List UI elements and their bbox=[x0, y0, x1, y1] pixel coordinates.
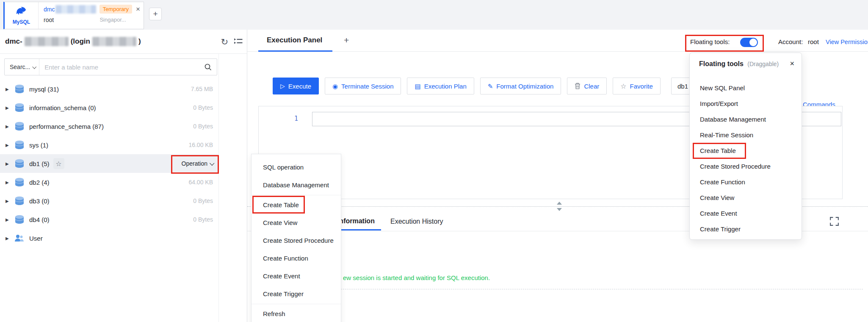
play-icon: ▷ bbox=[280, 83, 285, 89]
favorite-button[interactable]: ☆Favorite bbox=[613, 78, 661, 94]
tree-size: 0 Bytes bbox=[193, 123, 213, 130]
resize-down-icon[interactable] bbox=[557, 208, 562, 211]
floating-tool-item[interactable]: Create Event bbox=[690, 205, 802, 221]
floating-tool-item[interactable]: Real-Time Session bbox=[690, 127, 802, 143]
tree-row[interactable]: ▶sys (1)16.00 KB bbox=[0, 136, 218, 154]
table-search-box: Searc... bbox=[4, 58, 217, 75]
tree-row[interactable]: ▶performance_schema (87)0 Bytes bbox=[0, 117, 218, 136]
menu-item[interactable]: Create Function bbox=[252, 250, 341, 267]
floating-tools-header[interactable]: Floating tools (Draggable) × bbox=[690, 53, 802, 71]
menu-item[interactable]: Create View bbox=[252, 214, 341, 232]
clear-button[interactable]: Clear bbox=[567, 78, 607, 94]
menu-item[interactable]: Create Stored Procedure bbox=[252, 232, 341, 250]
floating-tool-item[interactable]: Create Table bbox=[690, 143, 802, 158]
tree-row[interactable]: ▶db2 (4)64.00 KB bbox=[0, 173, 218, 192]
caret-right-icon[interactable]: ▶ bbox=[6, 236, 11, 241]
execution-plan-button[interactable]: ▤Execution Plan bbox=[407, 78, 474, 94]
panel-tabbar bbox=[247, 30, 868, 52]
connection-topbar: MySQL dmc root Temporary × Singapor... + bbox=[0, 0, 868, 30]
close-tab-icon[interactable]: × bbox=[136, 6, 140, 13]
tree-row[interactable]: ▶User bbox=[0, 229, 218, 247]
tree-row[interactable]: ▶db1 (5)☆Operation bbox=[0, 154, 218, 173]
caret-right-icon[interactable]: ▶ bbox=[6, 180, 11, 185]
format-optimization-button[interactable]: ✎Format Optimization bbox=[480, 78, 561, 94]
tree-size: 0 Bytes bbox=[193, 197, 213, 204]
caret-right-icon[interactable]: ▶ bbox=[6, 87, 11, 92]
button-label: Execute bbox=[288, 83, 311, 90]
add-panel-tab-button[interactable]: + bbox=[344, 35, 349, 45]
search-icon[interactable] bbox=[204, 63, 217, 71]
connection-region: Singapor... bbox=[100, 17, 126, 23]
tree-size: 0 Bytes bbox=[193, 104, 213, 111]
floating-tools-panel[interactable]: Floating tools (Draggable) × New SQL Pan… bbox=[689, 53, 802, 240]
account-label: Account: bbox=[778, 38, 803, 45]
database-icon bbox=[14, 103, 27, 113]
floating-tool-item[interactable]: Import/Export bbox=[690, 96, 802, 111]
tree-size: 16.00 KB bbox=[188, 142, 213, 148]
floating-tool-item[interactable]: New SQL Panel bbox=[690, 80, 802, 96]
table-search-input[interactable] bbox=[39, 64, 204, 71]
menu-item[interactable]: Create Table bbox=[252, 196, 341, 214]
collapse-tree-icon[interactable] bbox=[234, 38, 243, 46]
operation-dropdown[interactable]: Operation bbox=[182, 160, 213, 167]
execute-button[interactable]: ▷Execute bbox=[273, 78, 319, 94]
search-category-dropdown[interactable]: Searc... bbox=[5, 64, 39, 70]
caret-right-icon[interactable]: ▶ bbox=[6, 143, 11, 147]
menu-separator bbox=[252, 304, 341, 304]
connection-tab[interactable]: MySQL dmc root Temporary × Singapor... bbox=[3, 2, 144, 29]
connection-info: dmc root bbox=[39, 2, 96, 29]
tree-label: db3 (0) bbox=[29, 197, 50, 205]
floating-tools-toggle[interactable] bbox=[740, 38, 758, 47]
menu-item[interactable]: Refresh bbox=[252, 305, 341, 322]
tab-execution-history[interactable]: Execution History bbox=[390, 218, 443, 225]
operation-label: Operation bbox=[182, 160, 207, 167]
floating-tool-item[interactable]: Create View bbox=[690, 190, 802, 205]
mysql-dolphin-icon bbox=[15, 6, 27, 19]
users-icon bbox=[14, 234, 27, 242]
tab-execution-panel[interactable]: Execution Panel bbox=[267, 36, 322, 44]
session-status-message: ew session is started and waiting for SQ… bbox=[343, 274, 490, 281]
instance-login-label: (login bbox=[71, 37, 90, 46]
refresh-icon[interactable]: ↻ bbox=[221, 37, 228, 46]
tree-row[interactable]: ▶db3 (0)0 Bytes bbox=[0, 192, 218, 210]
tree-size: 7.65 MB bbox=[191, 86, 213, 92]
favorite-star-icon[interactable]: ☆ bbox=[53, 158, 64, 169]
tree-row[interactable]: ▶information_schema (0)0 Bytes bbox=[0, 98, 218, 117]
app-canvas: MySQL dmc root Temporary × Singapor... + bbox=[0, 0, 868, 322]
floating-tool-item[interactable]: Create Function bbox=[690, 174, 802, 190]
redacted-instance-name bbox=[25, 37, 69, 46]
caret-right-icon[interactable]: ▶ bbox=[6, 199, 11, 203]
trash-icon bbox=[575, 83, 581, 89]
caret-right-icon[interactable]: ▶ bbox=[6, 161, 11, 166]
tree-label: db1 (5) bbox=[29, 160, 50, 167]
floating-tool-item[interactable]: Database Management bbox=[690, 111, 802, 127]
menu-item[interactable]: SQL operation bbox=[252, 158, 341, 176]
button-label: Clear bbox=[584, 83, 599, 90]
caret-right-icon[interactable]: ▶ bbox=[6, 217, 11, 222]
fullscreen-icon[interactable] bbox=[829, 216, 840, 228]
floating-tool-item[interactable]: Create Trigger bbox=[690, 221, 802, 237]
floating-tools-subtitle: (Draggable) bbox=[747, 61, 779, 67]
database-icon bbox=[14, 196, 27, 206]
button-label: Terminate Session bbox=[341, 83, 393, 90]
sql-toolbar: ▷Execute◉Terminate Session▤Execution Pla… bbox=[273, 78, 661, 94]
instance-title: dmc- (login ) bbox=[5, 37, 141, 46]
menu-item[interactable]: Create Trigger bbox=[252, 285, 341, 303]
database-icon bbox=[14, 121, 27, 131]
new-connection-tab-button[interactable]: + bbox=[149, 8, 162, 20]
floating-tool-item[interactable]: Create Stored Procedure bbox=[690, 158, 802, 174]
tree-row[interactable]: ▶db4 (0)0 Bytes bbox=[0, 210, 218, 229]
menu-item[interactable]: Create Event bbox=[252, 267, 341, 285]
tree-row[interactable]: ▶mysql (31)7.65 MB bbox=[0, 80, 218, 98]
redacted-login-name bbox=[92, 37, 136, 46]
star-icon: ☆ bbox=[620, 83, 626, 89]
resize-up-icon[interactable] bbox=[557, 202, 562, 205]
close-panel-icon[interactable]: × bbox=[790, 59, 794, 68]
view-permissions-link[interactable]: View Permissions bbox=[826, 39, 868, 45]
tree-label: performance_schema (87) bbox=[29, 123, 104, 130]
caret-right-icon[interactable]: ▶ bbox=[6, 124, 11, 129]
redacted-connection-id bbox=[55, 5, 96, 14]
terminate-session-button[interactable]: ◉Terminate Session bbox=[325, 78, 401, 94]
caret-right-icon[interactable]: ▶ bbox=[6, 105, 11, 110]
menu-item[interactable]: Database Management bbox=[252, 176, 341, 194]
